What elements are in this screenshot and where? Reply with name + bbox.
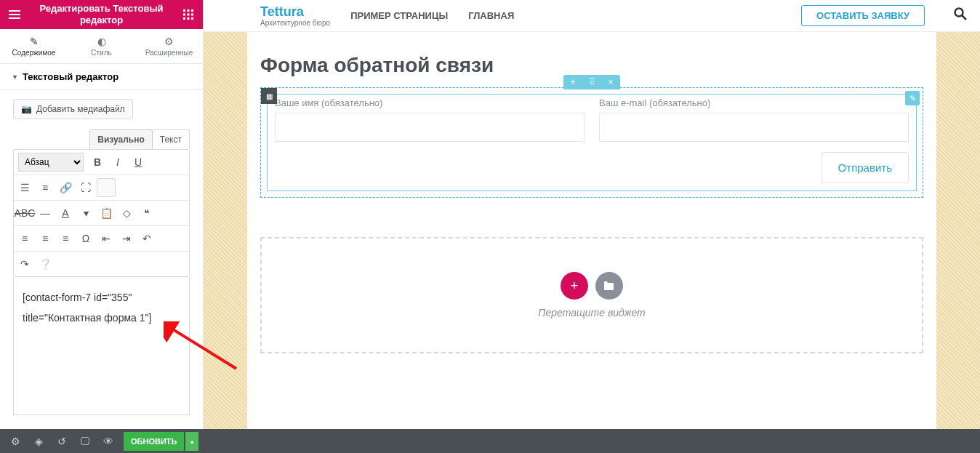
svg-point-9 xyxy=(955,9,963,17)
redo-button[interactable]: ↷ xyxy=(15,254,34,273)
svg-line-10 xyxy=(962,15,966,20)
edit-widget-icon[interactable]: ✎ xyxy=(905,91,920,105)
history-icon[interactable]: ↺ xyxy=(51,431,73,452)
align-center-button[interactable]: ≡ xyxy=(36,229,55,248)
drop-hint: Перетащите виджет xyxy=(538,307,645,318)
clear-format-button[interactable]: ◇ xyxy=(117,204,136,223)
underline-button[interactable]: U xyxy=(129,153,148,172)
indent-button[interactable]: ⇥ xyxy=(117,229,136,248)
add-media-button[interactable]: 📷 Добавить медиафайл xyxy=(13,99,133,119)
cta-button[interactable]: ОСТАВИТЬ ЗАЯВКУ xyxy=(801,5,925,26)
form-section-widget[interactable]: + ⠿ × ▦ ✎ Ваше имя (обязательно) Ваш e-m… xyxy=(260,87,923,198)
align-left-button[interactable]: ≡ xyxy=(15,229,34,248)
email-label: Ваш e-mail (обязательно) xyxy=(599,97,909,108)
tab-visual[interactable]: Визуально xyxy=(89,129,152,149)
responsive-icon[interactable]: 🖵 xyxy=(74,431,96,452)
site-header: Tettura Архитектурное бюро ПРИМЕР СТРАНИ… xyxy=(204,0,980,32)
svg-rect-8 xyxy=(191,17,193,20)
svg-rect-2 xyxy=(191,9,193,12)
tab-style[interactable]: ◐Стиль xyxy=(68,29,135,63)
column-handle-icon[interactable]: ▦ xyxy=(261,88,277,104)
nav-home[interactable]: ГЛАВНАЯ xyxy=(468,10,514,21)
add-template-button[interactable] xyxy=(595,272,623,300)
search-icon[interactable] xyxy=(954,7,967,24)
editor-sidebar: Редактировать Текстовый редактор ✎Содерж… xyxy=(0,0,204,429)
svg-rect-5 xyxy=(191,14,193,16)
help-button[interactable]: ❔ xyxy=(36,254,55,273)
text-color-button[interactable]: A xyxy=(56,204,75,223)
svg-rect-1 xyxy=(188,9,190,12)
bold-button[interactable]: B xyxy=(88,153,107,172)
tab-text[interactable]: Текст xyxy=(153,129,190,149)
hr-button[interactable]: — xyxy=(36,204,55,223)
submit-button[interactable]: Отправить xyxy=(822,152,909,183)
section-text-editor[interactable]: ▾ Текстовый редактор xyxy=(0,64,203,90)
update-options-button[interactable]: ▴ xyxy=(185,432,198,451)
nav-sample-page[interactable]: ПРИМЕР СТРАНИЦЫ xyxy=(350,10,448,21)
site-logo[interactable]: Tettura Архитектурное бюро xyxy=(260,5,330,27)
preview-icon[interactable]: 👁 xyxy=(97,431,119,452)
format-select[interactable]: Абзац xyxy=(18,153,84,172)
bullet-list-button[interactable]: ☰ xyxy=(15,178,34,197)
settings-icon[interactable]: ⚙ xyxy=(4,431,26,452)
link-button[interactable]: 🔗 xyxy=(56,178,75,197)
sidebar-title: Редактировать Текстовый редактор xyxy=(23,3,180,25)
svg-rect-7 xyxy=(188,17,190,20)
svg-rect-4 xyxy=(188,14,190,16)
gear-icon: ⚙ xyxy=(164,36,174,47)
drop-widget-area[interactable]: + Перетащите виджет xyxy=(260,237,923,353)
text-color-caret[interactable]: ▾ xyxy=(76,204,95,223)
navigator-icon[interactable]: ◈ xyxy=(28,431,49,452)
panel-tabs: ✎Содержимое ◐Стиль ⚙Расширенные xyxy=(0,29,203,64)
add-media-label: Добавить медиафайл xyxy=(36,104,125,114)
pencil-icon: ✎ xyxy=(30,36,39,47)
add-section-icon[interactable]: + xyxy=(563,77,582,87)
page-title: Форма обратной связи xyxy=(260,54,923,77)
section-controls: + ⠿ × xyxy=(563,75,620,89)
wysiwyg-toolbar: Абзац B I U ☰ ≡ 🔗 ⛶ ABC — A ▾ 📋 xyxy=(13,149,190,277)
align-right-button[interactable]: ≡ xyxy=(56,229,75,248)
tab-content[interactable]: ✎Содержимое xyxy=(0,29,68,63)
section-title-label: Текстовый редактор xyxy=(23,71,119,82)
update-button[interactable]: ОБНОВИТЬ xyxy=(124,432,184,451)
editor-footer: ⚙ ◈ ↺ 🖵 👁 ОБНОВИТЬ ▴ xyxy=(0,429,980,453)
name-input[interactable] xyxy=(275,113,585,142)
caret-down-icon: ▾ xyxy=(13,73,17,81)
contrast-icon: ◐ xyxy=(97,36,106,47)
preview-canvas: Tettura Архитектурное бюро ПРИМЕР СТРАНИ… xyxy=(204,0,980,429)
svg-rect-0 xyxy=(183,9,185,12)
special-char-button[interactable]: Ω xyxy=(76,229,95,248)
tab-advanced[interactable]: ⚙Расширенные xyxy=(135,29,203,63)
quote-button[interactable]: ❝ xyxy=(137,204,156,223)
close-section-icon[interactable]: × xyxy=(601,77,620,87)
svg-rect-3 xyxy=(183,14,185,16)
svg-rect-6 xyxy=(183,17,185,20)
undo-button[interactable]: ↶ xyxy=(137,229,156,248)
color-box-button[interactable] xyxy=(97,178,116,197)
wysiwyg-mode-tabs: Визуально Текст xyxy=(13,129,190,149)
editor-line: [contact-form-7 id="355" xyxy=(23,287,180,308)
editor-textarea[interactable]: [contact-form-7 id="355" title="Контактн… xyxy=(13,277,190,415)
number-list-button[interactable]: ≡ xyxy=(36,178,55,197)
name-label: Ваше имя (обязательно) xyxy=(275,97,585,108)
logo-text: Tettura xyxy=(260,5,330,18)
editor-line: title="Контактная форма 1"] xyxy=(23,308,180,328)
add-widget-button[interactable]: + xyxy=(561,272,588,300)
strikethrough-button[interactable]: ABC xyxy=(15,204,34,223)
drag-section-icon[interactable]: ⠿ xyxy=(582,77,601,87)
sidebar-header: Редактировать Текстовый редактор xyxy=(0,0,203,29)
paste-text-button[interactable]: 📋 xyxy=(97,204,116,223)
italic-button[interactable]: I xyxy=(108,153,127,172)
camera-icon: 📷 xyxy=(21,104,32,114)
apps-grid-icon[interactable] xyxy=(180,6,197,23)
outdent-button[interactable]: ⇤ xyxy=(97,229,116,248)
hamburger-icon[interactable] xyxy=(6,6,23,23)
email-input[interactable] xyxy=(599,113,909,142)
logo-tagline: Архитектурное бюро xyxy=(260,20,330,27)
fullscreen-button[interactable]: ⛶ xyxy=(76,178,95,197)
